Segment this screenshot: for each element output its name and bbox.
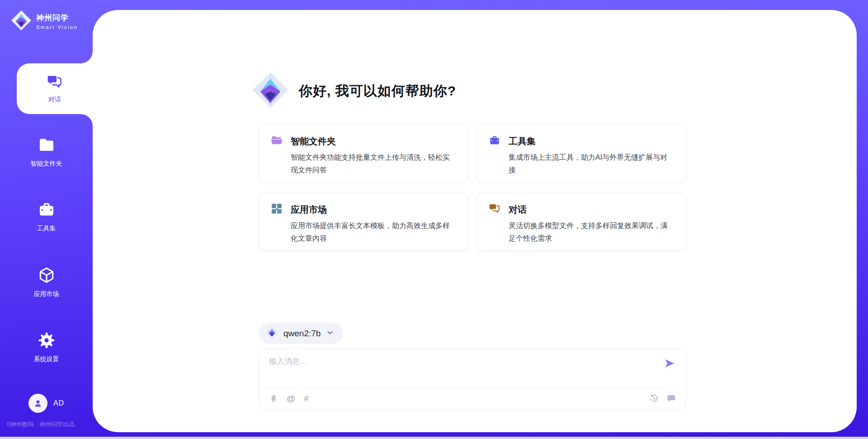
card-description: 灵活切换多模型文件，支持多样回复效果调试，满足个性化需求 — [509, 220, 674, 244]
toolbox-icon — [38, 212, 56, 220]
mention-button[interactable]: @ — [287, 394, 295, 404]
card-title: 对话 — [509, 204, 527, 216]
gear-icon — [38, 343, 56, 351]
sidebar-item-chat[interactable]: 对话 — [17, 63, 93, 114]
card-title: 应用市场 — [291, 204, 327, 216]
user-initials: AD — [53, 399, 64, 407]
card-chat[interactable]: 对话 灵活切换多模型文件，支持多样回复效果调试，满足个性化需求 — [476, 193, 686, 251]
feature-cards: 智能文件夹 智能文件夹功能支持批量文件上传与清洗，轻松实现文件问答 工具集 — [259, 124, 686, 251]
composer-divider — [265, 387, 679, 388]
greeting-logo-icon — [252, 72, 289, 110]
hash-button[interactable]: # — [304, 394, 309, 404]
brand-logo-icon — [11, 10, 32, 33]
hash-icon: # — [304, 394, 309, 404]
model-logo-icon — [266, 326, 278, 340]
copyright-text: ©神州数码 · 神州问学出品 — [6, 420, 75, 429]
sidebar: 神州问学 Smart Vision 对话 — [0, 0, 93, 439]
card-description: 集成市场上主流工具，助力AI与外界无缝扩展与对接 — [509, 151, 674, 176]
at-icon: @ — [287, 394, 295, 404]
chat-icon — [47, 74, 63, 92]
sidebar-item-label: 智能文件夹 — [0, 160, 93, 168]
screen-edge-strip — [0, 437, 868, 439]
folder-open-icon — [271, 134, 283, 148]
card-description: 应用市场提供丰富长文本模板，助力高效生成多样化文章内容 — [291, 220, 456, 244]
model-selector-button[interactable]: qwen2:7b — [259, 323, 343, 344]
toolbox-icon — [489, 134, 500, 148]
attachment-button[interactable] — [269, 394, 278, 404]
greeting: 你好, 我可以如何帮助你? — [252, 72, 456, 110]
history-icon — [649, 394, 659, 403]
sidebar-item-label: 系统设置 — [0, 355, 93, 363]
send-icon — [663, 357, 676, 370]
user-avatar-icon — [28, 394, 47, 413]
brand-subtitle: Smart Vision — [36, 24, 78, 30]
feedback-button[interactable] — [666, 394, 676, 403]
chat-icon — [489, 203, 500, 216]
user-account-button[interactable]: AD — [0, 394, 93, 413]
brand-name: 神州问学 — [36, 14, 69, 22]
send-button[interactable] — [663, 357, 676, 370]
app-window: 神州问学 Smart Vision 对话 — [0, 0, 868, 439]
folder-icon — [38, 148, 56, 155]
composer: @ # — [259, 348, 686, 410]
card-title: 智能文件夹 — [291, 135, 336, 148]
grid-icon — [271, 203, 283, 216]
model-name: qwen2:7b — [283, 329, 321, 339]
brand: 神州问学 Smart Vision — [11, 10, 78, 33]
chevron-down-icon — [326, 329, 334, 339]
card-smart-folder[interactable]: 智能文件夹 智能文件夹功能支持批量文件上传与清洗，轻松实现文件问答 — [259, 124, 468, 182]
page-title: 你好, 我可以如何帮助你? — [299, 82, 456, 100]
sidebar-item-label: 工具集 — [0, 224, 93, 233]
sidebar-item-settings[interactable]: 系统设置 — [0, 331, 93, 363]
card-toolbox[interactable]: 工具集 集成市场上主流工具，助力AI与外界无缝扩展与对接 — [476, 124, 686, 182]
paperclip-icon — [269, 394, 278, 404]
main-panel: 你好, 我可以如何帮助你? 智能文件夹 智能文件夹功能支持批量文件 — [93, 10, 857, 432]
sidebar-item-app-market[interactable]: 应用市场 — [0, 266, 93, 298]
cube-icon — [38, 278, 56, 286]
sidebar-item-smart-folder[interactable]: 智能文件夹 — [0, 136, 93, 168]
sidebar-item-toolbox[interactable]: 工具集 — [0, 200, 93, 233]
card-title: 工具集 — [509, 135, 536, 148]
sidebar-item-label: 应用市场 — [0, 290, 93, 298]
history-button[interactable] — [649, 394, 659, 403]
card-description: 智能文件夹功能支持批量文件上传与清洗，轻松实现文件问答 — [291, 151, 456, 176]
card-app-market[interactable]: 应用市场 应用市场提供丰富长文本模板，助力高效生成多样化文章内容 — [259, 193, 468, 251]
sidebar-item-label: 对话 — [48, 95, 61, 104]
chat-bubble-icon — [666, 394, 676, 403]
message-input[interactable] — [269, 356, 644, 382]
